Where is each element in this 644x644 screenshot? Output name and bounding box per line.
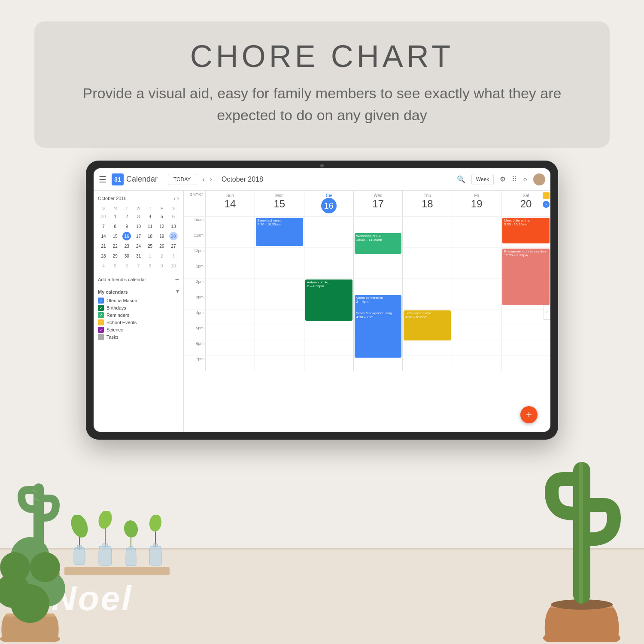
mini-day[interactable]: 5 xyxy=(158,212,166,221)
mini-day[interactable]: 24 xyxy=(134,242,143,250)
event-breakfast[interactable]: Breakfast meet: 9:20 - 10:30am xyxy=(256,218,303,246)
mini-day[interactable]: 9 xyxy=(158,261,166,270)
time-cell-thu-10[interactable] xyxy=(402,216,452,232)
mini-day[interactable]: 26 xyxy=(158,242,166,250)
apps-icon[interactable]: ⠿ xyxy=(512,175,517,183)
calendar-item-reminders[interactable]: ✓ Reminders xyxy=(98,312,179,318)
checkbox-tasks[interactable] xyxy=(98,334,104,340)
time-cell-tue-11[interactable] xyxy=(304,232,353,247)
mini-day[interactable]: 1 xyxy=(111,212,119,221)
mini-day[interactable]: 4 xyxy=(146,212,155,221)
time-cell-tue-6[interactable] xyxy=(304,340,353,355)
time-cell-fri-10[interactable] xyxy=(452,216,501,232)
mini-day[interactable]: 7 xyxy=(134,261,143,270)
mini-day[interactable]: 8 xyxy=(111,222,119,231)
time-cell-wed-7[interactable] xyxy=(353,355,403,371)
mini-day[interactable]: 2 xyxy=(158,252,166,260)
time-cell-tue-7[interactable] xyxy=(304,355,353,371)
mini-day[interactable]: 8 xyxy=(146,261,155,270)
account-icon[interactable]: ○ xyxy=(523,176,527,183)
menu-icon[interactable]: ☰ xyxy=(99,174,106,185)
mini-day[interactable]: 19 xyxy=(158,232,166,240)
time-cell-sun-2[interactable] xyxy=(205,278,255,294)
time-cell-sat-4[interactable] xyxy=(501,309,550,325)
mini-day[interactable]: 3 xyxy=(169,252,178,260)
mini-day[interactable]: 1 xyxy=(146,252,155,260)
time-cell-tue-2[interactable]: Autumn photo... 2 – 4:30pm xyxy=(304,278,353,294)
time-cell-sun-4[interactable] xyxy=(205,309,255,325)
mini-day[interactable]: 2 xyxy=(122,212,131,221)
checkbox-science[interactable]: ✓ xyxy=(98,327,104,333)
checkbox-olenna[interactable]: ✓ xyxy=(98,298,104,304)
mini-day[interactable]: 17 xyxy=(134,232,143,240)
mini-day[interactable]: 13 xyxy=(169,222,178,231)
time-cell-tue-5[interactable] xyxy=(304,325,353,340)
calendar-item-tasks[interactable]: Tasks xyxy=(98,334,179,340)
time-cell-tue-1[interactable] xyxy=(304,263,353,278)
time-cell-sat-5[interactable] xyxy=(501,325,550,340)
fab-button[interactable]: + xyxy=(520,406,538,423)
time-cell-wed-4[interactable]: Sales Managers' outing 4:30 – 7pm xyxy=(353,309,403,325)
mini-day[interactable]: 3 xyxy=(134,212,143,221)
search-icon[interactable]: 🔍 xyxy=(457,175,465,183)
mini-day[interactable]: 11 xyxy=(146,222,155,231)
time-cell-thu-11[interactable] xyxy=(402,232,452,247)
checkbox-reminders[interactable]: ✓ xyxy=(98,312,104,318)
mini-day[interactable]: 25 xyxy=(146,242,155,250)
time-cell-sun-6[interactable] xyxy=(205,340,255,355)
mini-day[interactable]: 29 xyxy=(111,252,119,260)
time-cell-mon-5[interactable] xyxy=(255,325,304,340)
time-cell-wed-1[interactable] xyxy=(353,263,403,278)
calendar-item-science[interactable]: ✓ Science xyxy=(98,327,179,333)
mini-nav-back[interactable]: ‹ xyxy=(174,195,176,202)
time-cell-fri-6[interactable] xyxy=(452,340,501,355)
mini-day[interactable]: 14 xyxy=(99,232,108,240)
time-cell-sat-6[interactable] xyxy=(501,340,550,355)
time-cell-sun-3[interactable] xyxy=(205,294,255,309)
event-autumn[interactable]: Autumn photo... 2 – 4:30pm xyxy=(305,279,352,321)
time-cell-fri-2[interactable] xyxy=(452,278,501,294)
mini-day[interactable]: 18 xyxy=(146,232,155,240)
mini-day[interactable]: 10 xyxy=(134,222,143,231)
time-cell-mon-12[interactable] xyxy=(255,247,304,263)
time-cell-mon-2[interactable] xyxy=(255,278,304,294)
checkbox-birthdays[interactable]: ✓ xyxy=(98,305,104,311)
time-cell-sun-10[interactable] xyxy=(205,216,255,232)
time-cell-thu-4[interactable]: Let's soccer time: 4:30 – 5:30pm xyxy=(402,309,452,325)
time-cell-tue-12[interactable] xyxy=(304,247,353,263)
time-cell-fri-1[interactable] xyxy=(452,263,501,278)
time-cell-thu-3[interactable] xyxy=(402,294,452,309)
time-cell-wed-10[interactable] xyxy=(353,216,403,232)
mini-day[interactable]: 4 xyxy=(99,261,108,270)
avatar[interactable] xyxy=(533,173,545,185)
time-cell-fri-12[interactable] xyxy=(452,247,501,263)
add-icon[interactable]: + xyxy=(175,276,179,283)
collapse-icon[interactable]: ▾ xyxy=(176,288,179,295)
time-cell-sat-12[interactable]: Engagement photo session 12:30 – 3:30pm xyxy=(501,247,550,263)
add-friend-calendar[interactable]: Add a friend's calendar + xyxy=(98,276,179,283)
time-cell-thu-2[interactable] xyxy=(402,278,452,294)
event-meet-julia[interactable]: Meet Julia at the: 9:30 - 10:30am xyxy=(502,218,550,243)
time-cell-fri-5[interactable] xyxy=(452,325,501,340)
time-cell-wed-3[interactable]: Video conference 3 – 4pm xyxy=(353,294,403,309)
mini-day[interactable]: 28 xyxy=(99,252,108,260)
mini-day[interactable]: 15 xyxy=(111,232,119,240)
time-cell-mon-1[interactable] xyxy=(255,263,304,278)
event-engagement[interactable]: Engagement photo session 12:30 – 3:30pm xyxy=(502,249,550,305)
mini-day-selected[interactable]: 20 xyxy=(169,232,178,240)
time-cell-wed-11[interactable]: Workshop at EC 10:30 – 11:30am xyxy=(353,232,403,247)
time-cell-thu-1[interactable] xyxy=(402,263,452,278)
time-cell-mon-7[interactable] xyxy=(255,355,304,371)
mini-day[interactable]: 23 xyxy=(122,242,131,250)
mini-day[interactable]: 7 xyxy=(99,222,108,231)
nav-forward-icon[interactable]: › xyxy=(210,176,212,183)
time-cell-fri-3[interactable] xyxy=(452,294,501,309)
mini-nav-forward[interactable]: › xyxy=(177,195,179,202)
mini-day-today[interactable]: 16 xyxy=(122,232,131,240)
settings-icon[interactable]: ⚙ xyxy=(500,175,506,183)
calendar-item-birthdays[interactable]: ✓ Birthdays xyxy=(98,305,179,311)
time-cell-fri-11[interactable] xyxy=(452,232,501,247)
mini-day[interactable]: 31 xyxy=(134,252,143,260)
mini-day[interactable]: 27 xyxy=(169,242,178,250)
time-cell-fri-7[interactable] xyxy=(452,355,501,371)
